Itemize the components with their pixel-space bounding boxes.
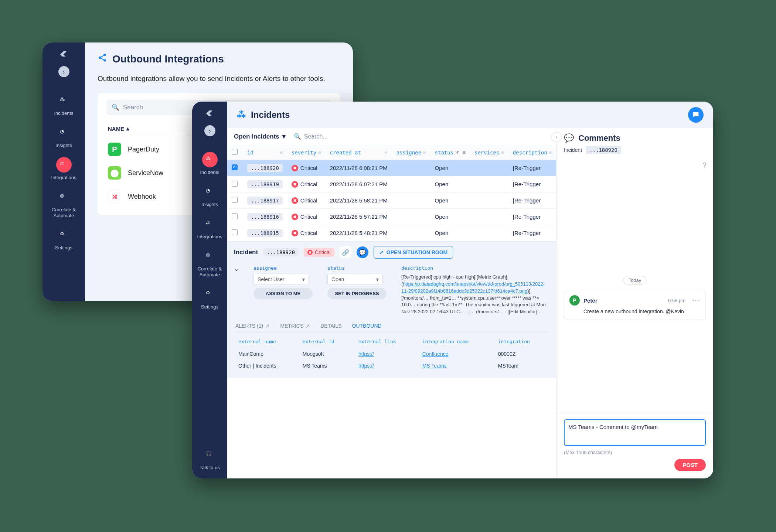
outbound-row[interactable]: MainComp Moogsoft https:// Confluence 00… xyxy=(234,348,549,360)
detail-label: Incident xyxy=(234,249,258,256)
table-row[interactable]: ...188916 Critical 2022/11/28 5:57:21 PM… xyxy=(227,209,556,225)
sidebar-item-insights[interactable]: ◔ Insights xyxy=(42,120,85,153)
link-button[interactable]: 🔗 xyxy=(340,246,351,258)
row-checkbox[interactable] xyxy=(232,213,238,219)
main-pane: ⁂ Incidents Open Incidents ▾ 🔍 Search... xyxy=(227,102,713,478)
sidebar-item-integrations[interactable]: ⇄ Integrations xyxy=(42,153,85,185)
created-at: 2022/11/28 5:57:21 PM xyxy=(326,209,392,225)
incidents-table-pane: Open Incidents ▾ 🔍 Search... id ≡ severi… xyxy=(227,128,556,478)
severity-badge: Critical xyxy=(292,214,321,220)
sidebar-item-talk[interactable]: 🎧 Talk to us xyxy=(192,443,227,478)
row-checkbox[interactable] xyxy=(232,181,238,187)
tab-details[interactable]: DETAILS xyxy=(320,323,341,329)
outbound-row[interactable]: Other | Incidents MS Teams https:// MS T… xyxy=(234,360,549,372)
integration-name-link[interactable]: Confluence xyxy=(422,351,449,357)
integration-name-link[interactable]: MS Teams xyxy=(422,363,447,369)
column-menu-icon[interactable]: ≡ xyxy=(501,150,504,156)
tab-alerts[interactable]: ALERTS (1)↗ xyxy=(235,323,270,329)
row-checkbox[interactable] xyxy=(232,197,238,203)
collapse-detail-icon[interactable]: ⌄ xyxy=(234,265,239,272)
sidebar-item-settings[interactable]: ⚙ Settings xyxy=(192,282,227,314)
collapse-panel-button[interactable]: ‹ xyxy=(551,132,562,142)
sidebar-item-correlate[interactable]: ◎ Correlate & Automate xyxy=(192,244,227,282)
tab-metrics[interactable]: METRICS↗ xyxy=(280,323,310,329)
integration-name: PagerDuty xyxy=(128,146,159,153)
outbound-col-integration name[interactable]: integration name xyxy=(418,335,494,348)
open-situation-room-button[interactable]: ⤢ OPEN SITUATION ROOM xyxy=(374,246,453,259)
incident-id: ...188917 xyxy=(247,197,283,205)
incident-id-pill: ...188920 xyxy=(263,248,299,256)
target-icon: ◎ xyxy=(56,189,72,205)
external-link[interactable]: https:// xyxy=(358,351,374,357)
severity-pill: ✖ Critical xyxy=(304,248,334,257)
column-header-description[interactable]: description ≡ xyxy=(508,145,556,160)
sidebar: › ⁂ Incidents ◔ Insights ⇄ Integrations … xyxy=(42,42,85,301)
sidebar-item-incidents[interactable]: ⁂ Incidents xyxy=(192,147,227,180)
outbound-col-integration[interactable]: integration xyxy=(494,335,549,348)
set-in-progress-button[interactable]: SET IN PROGRESS xyxy=(327,288,387,299)
help-icon[interactable]: ? xyxy=(703,161,707,169)
sidebar-label: Talk to us xyxy=(200,465,220,470)
filter-icon[interactable]: ⧩ ≡ xyxy=(455,149,466,156)
sidebar-item-incidents[interactable]: ⁂ Incidents xyxy=(42,88,85,120)
table-row[interactable]: ...188915 Critical 2022/11/28 5:48:21 PM… xyxy=(227,225,556,241)
column-menu-icon[interactable]: ≡ xyxy=(549,150,552,156)
status-select[interactable]: Open ▾ xyxy=(327,274,383,285)
column-header-severity[interactable]: severity ≡ xyxy=(287,145,326,160)
comment-input[interactable] xyxy=(564,419,706,446)
comment-menu-icon[interactable]: ⋯ xyxy=(692,296,700,305)
status: Open xyxy=(430,225,470,241)
comment-button[interactable]: 💬 xyxy=(357,246,368,258)
page-subtitle: Outbound integrations allow you to send … xyxy=(98,75,340,83)
search-input[interactable]: 🔍 Search... xyxy=(294,133,328,140)
assignee xyxy=(392,209,430,225)
metric-graph-link[interactable]: https://p.datadoghq.com/snapshot/view/dd… xyxy=(401,281,545,294)
page-title: Incidents xyxy=(251,110,290,120)
external-icon: ↗ xyxy=(265,323,270,329)
column-header-services[interactable]: services ≡ xyxy=(470,145,508,160)
sort-asc-icon: ▴ xyxy=(126,125,129,132)
services xyxy=(470,192,508,209)
sidebar-expand-button[interactable]: › xyxy=(204,125,215,136)
integrations-icon: ⇄ xyxy=(202,216,218,232)
sidebar-expand-button[interactable]: › xyxy=(58,66,69,77)
column-menu-icon[interactable]: ≡ xyxy=(384,150,387,156)
assignee xyxy=(392,176,430,192)
sidebar-label: Incidents xyxy=(54,110,73,116)
outbound-col-external link[interactable]: external link xyxy=(354,335,418,348)
chat-button[interactable] xyxy=(688,107,704,123)
table-row[interactable]: ...188919 Critical 2022/11/28 6:07:21 PM… xyxy=(227,176,556,192)
sidebar-item-integrations[interactable]: ⇄ Integrations xyxy=(192,212,227,244)
page-header: ⁂ Incidents xyxy=(227,102,713,128)
assign-to-me-button[interactable]: ASSIGN TO ME xyxy=(253,288,313,299)
column-menu-icon[interactable]: ≡ xyxy=(279,150,282,156)
table-row[interactable]: ...188920 Critical 2022/11/28 6:08:21 PM… xyxy=(227,160,556,176)
column-header-assignee[interactable]: assignee ≡ xyxy=(392,145,430,160)
column-header-id[interactable]: id ≡ xyxy=(243,145,287,160)
severity-badge: Critical xyxy=(292,197,321,204)
column-header-status[interactable]: status ⧩ ≡ xyxy=(430,145,470,160)
select-all-checkbox[interactable] xyxy=(232,149,238,155)
outbound-col-external id[interactable]: external id xyxy=(298,335,354,348)
sidebar-item-insights[interactable]: ◔ Insights xyxy=(192,180,227,212)
assignee xyxy=(392,225,430,241)
column-header-created at[interactable]: created at ≡ xyxy=(326,145,392,160)
table-row[interactable]: ...188917 Critical 2022/11/28 5:58:21 PM… xyxy=(227,192,556,209)
sidebar-item-correlate[interactable]: ◎ Correlate & Automate xyxy=(42,185,85,223)
assignee-select[interactable]: Select User ▾ xyxy=(253,274,309,285)
view-filter-dropdown[interactable]: Open Incidents ▾ xyxy=(234,133,286,140)
date-divider: Today xyxy=(623,276,647,284)
post-button[interactable]: POST xyxy=(674,459,706,471)
external-link[interactable]: https:// xyxy=(358,363,374,369)
row-checkbox[interactable] xyxy=(232,164,238,170)
outbound-col-external name[interactable]: external name xyxy=(234,335,298,348)
column-menu-icon[interactable]: ≡ xyxy=(318,150,321,156)
tab-outbound[interactable]: OUTBOUND xyxy=(352,323,382,329)
comments-title: 💬 Comments xyxy=(564,133,706,143)
sidebar-label: Integrations xyxy=(51,175,76,180)
sidebar-label: Integrations xyxy=(197,234,222,239)
sidebar-item-settings[interactable]: ⚙ Settings xyxy=(42,223,85,255)
comment-time: 6:58 pm xyxy=(668,298,685,303)
column-menu-icon[interactable]: ≡ xyxy=(423,150,426,156)
row-checkbox[interactable] xyxy=(232,229,238,235)
